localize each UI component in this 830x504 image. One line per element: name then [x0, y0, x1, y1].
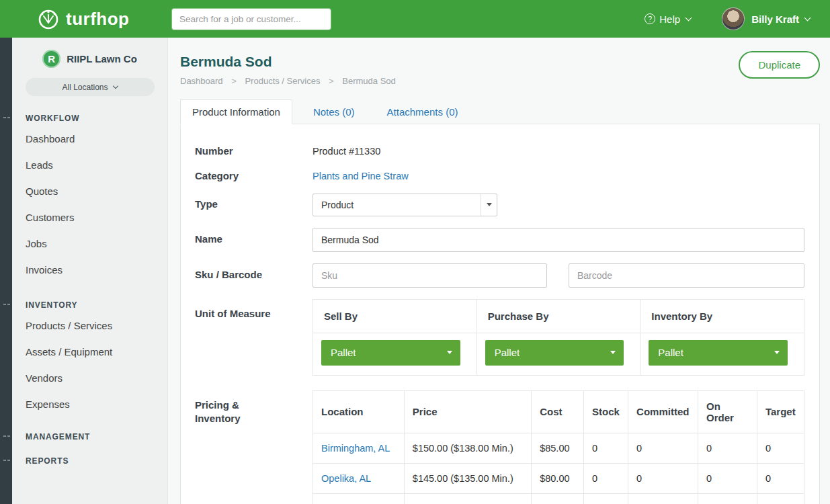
category-link[interactable]: Plants and Pine Straw [313, 171, 409, 181]
avatar[interactable] [722, 7, 745, 30]
section-header-management[interactable]: MANAGEMENT [26, 432, 167, 442]
breadcrumb: Dashboard > Products / Services > Bermud… [180, 76, 820, 86]
help-label: Help [659, 13, 680, 25]
breadcrumb-products-services[interactable]: Products / Services [245, 76, 320, 86]
sidebar-item-jobs[interactable]: Jobs [12, 230, 167, 257]
brand[interactable]: turfhop [0, 7, 168, 31]
sidebar-item-assets-equipment[interactable]: Assets / Equipment [12, 339, 167, 365]
uom-col-inventory-by: Inventory By [640, 299, 804, 333]
chevron-down-icon [112, 83, 118, 89]
section-marker-icon [3, 435, 10, 437]
stock-cell: 0 [584, 433, 628, 463]
tab-notes[interactable]: Notes (0) [302, 100, 366, 124]
section-header-reports[interactable]: REPORTS [26, 456, 167, 466]
select-arrow-icon [481, 194, 497, 216]
sell-by-value: Pallet [331, 347, 356, 358]
sidebar-item-products-services[interactable]: Products / Services [12, 312, 167, 339]
all-locations-label: All Locations [62, 83, 108, 92]
brand-name: turfhop [66, 9, 129, 30]
sku-barcode-label: Sku / Barcode [195, 268, 313, 282]
sidebar-item-vendors[interactable]: Vendors [12, 365, 167, 391]
chevron-down-icon [610, 351, 616, 354]
company-badge: R [42, 50, 60, 68]
uom-col-purchase-by: Purchase By [476, 299, 640, 333]
name-input[interactable] [313, 228, 804, 252]
sidebar-rail [0, 38, 12, 504]
type-label: Type [195, 198, 313, 211]
section-marker-icon [3, 304, 10, 305]
sidebar-item-expenses[interactable]: Expenses [12, 391, 167, 417]
company-name: RIIPL Lawn Co [67, 53, 137, 65]
category-label: Category [195, 169, 313, 183]
location-link-birmingham[interactable]: Birmingham, AL [321, 443, 390, 454]
category-row: Category Plants and Pine Straw [195, 169, 804, 183]
sku-input[interactable] [313, 263, 547, 288]
tab-product-information[interactable]: Product Information [180, 99, 292, 124]
help-menu[interactable]: ? Help [645, 13, 691, 25]
type-row: Type Product [195, 194, 804, 216]
search-input[interactable] [172, 9, 331, 30]
chevron-down-icon [686, 15, 692, 22]
breadcrumb-dashboard[interactable]: Dashboard [180, 76, 223, 86]
user-menu[interactable]: Billy Kraft [751, 13, 810, 25]
cost-cell: $85.00 [532, 433, 584, 463]
unit-of-measure-table: Sell By Purchase By Inventory By Pallet … [313, 299, 804, 376]
sidebar-item-quotes[interactable]: Quotes [12, 178, 167, 204]
committed-cell: 0 [628, 463, 698, 493]
name-label: Name [195, 233, 313, 246]
inventory-by-value: Pallet [658, 347, 683, 358]
company[interactable]: R RIIPL Lawn Co [12, 50, 167, 68]
global-search [172, 9, 331, 30]
top-bar: turfhop ? Help Billy Kraft [0, 0, 830, 38]
type-select[interactable]: Product [313, 194, 497, 216]
name-row: Name [195, 228, 804, 252]
help-icon: ? [645, 13, 655, 24]
tab-attachments[interactable]: Attachments (0) [376, 100, 470, 124]
table-row: Birmingham, AL $150.00 ($138.00 Min.) $8… [313, 433, 804, 463]
breadcrumb-separator: > [329, 76, 334, 86]
breadcrumb-separator: > [231, 76, 237, 86]
sidebar-item-invoices[interactable]: Invoices [12, 257, 167, 283]
price-cell: $150.00 ($138.00 Min.) [404, 433, 531, 463]
barcode-input[interactable] [569, 263, 804, 288]
unit-of-measure-row: Unit of Measure Sell By Purchase By Inve… [195, 299, 804, 376]
section-marker-icon [3, 117, 10, 118]
sidebar-item-customers[interactable]: Customers [12, 204, 167, 230]
unit-of-measure-label: Unit of Measure [195, 299, 313, 321]
tab-bar: Product Information Notes (0) Attachment… [180, 99, 820, 124]
sell-by-dropdown[interactable]: Pallet [321, 340, 460, 366]
sidebar-item-dashboard[interactable]: Dashboard [12, 126, 167, 152]
target-cell: 0 [757, 463, 804, 493]
turfhop-logo-icon [36, 7, 60, 31]
topbar-right: ? Help Billy Kraft [645, 7, 830, 30]
purchase-by-dropdown[interactable]: Pallet [485, 340, 624, 366]
table-row-partial [313, 493, 804, 504]
number-label: Number [195, 144, 313, 158]
stock-cell: 0 [584, 463, 628, 493]
inventory-by-dropdown[interactable]: Pallet [649, 340, 788, 366]
number-row: Number Product #11330 [195, 144, 804, 158]
chevron-down-icon [774, 351, 780, 354]
cost-cell: $80.00 [532, 463, 584, 493]
on-order-cell: 0 [698, 433, 757, 463]
sidebar: R RIIPL Lawn Co All Locations WORKFLOW D… [0, 38, 168, 504]
all-locations-dropdown[interactable]: All Locations [26, 78, 155, 96]
type-selected-value: Product [313, 200, 481, 210]
committed-cell: 0 [628, 433, 698, 463]
sku-barcode-row: Sku / Barcode [195, 263, 804, 288]
pricing-table: Location Price Cost Stock Committed On O… [313, 390, 804, 504]
breadcrumb-current: Bermuda Sod [342, 76, 396, 86]
section-header-workflow: WORKFLOW [26, 114, 167, 123]
location-link-opelika[interactable]: Opelika, AL [321, 473, 371, 484]
page-title: Bermuda Sod [180, 54, 820, 70]
duplicate-button[interactable]: Duplicate [739, 51, 820, 79]
user-name: Billy Kraft [751, 13, 799, 25]
uom-col-sell-by: Sell By [313, 299, 477, 333]
sidebar-item-leads[interactable]: Leads [12, 152, 167, 178]
pricing-header-row: Location Price Cost Stock Committed On O… [313, 390, 804, 433]
number-value: Product #11330 [313, 146, 380, 157]
section-marker-icon [3, 460, 10, 461]
target-cell: 0 [757, 433, 804, 463]
chevron-down-icon [804, 15, 811, 22]
main-content: Bermuda Sod Dashboard > Products / Servi… [168, 38, 830, 504]
